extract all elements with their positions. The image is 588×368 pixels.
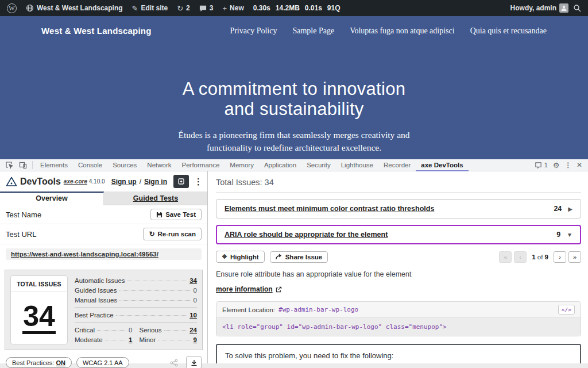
element-source-code: <li role="group" id="wp-admin-bar-wp-log…: [216, 318, 581, 336]
element-selector: #wp-admin-bar-wp-logo: [278, 306, 358, 313]
highlight-icon: ❖: [222, 253, 227, 260]
nav-link-sample-page[interactable]: Sample Page: [292, 26, 334, 36]
settings-gear-icon[interactable]: ⚙: [553, 161, 560, 170]
account-menu[interactable]: Howdy, admin: [510, 3, 568, 13]
hero-section: A commitment to innovationand sustainabi…: [0, 79, 588, 154]
refresh-icon: ↻: [149, 230, 154, 238]
admin-bar-right: Howdy, admin: [510, 3, 581, 13]
best-practice-row: Best Practice10: [75, 310, 197, 320]
brush-icon: ✎: [132, 5, 138, 12]
divider: [75, 307, 197, 308]
nav-link-voluptas[interactable]: Voluptas fuga non atque adipisci: [350, 26, 455, 36]
moderate-count[interactable]: 1: [129, 336, 132, 343]
minor-count[interactable]: 9: [194, 336, 197, 343]
serious-row: Serious24: [140, 325, 198, 335]
stat-queries: 91Q: [327, 4, 341, 12]
search-icon[interactable]: [573, 4, 581, 12]
automatic-issues-count[interactable]: 34: [189, 277, 197, 284]
nav-link-quia[interactable]: Quia quis et recusandae: [470, 26, 547, 36]
serious-count[interactable]: 24: [189, 327, 197, 334]
wcag-standard-pill[interactable]: WCAG 2.1 AA: [76, 357, 129, 368]
comments-button[interactable]: 3: [199, 4, 214, 12]
tab-guided-tests[interactable]: Guided Tests: [104, 191, 207, 205]
prev-page-button[interactable]: ‹: [514, 251, 527, 263]
site-title[interactable]: West & West Landscaping: [41, 26, 152, 36]
divider: [75, 322, 197, 323]
download-results-button[interactable]: [186, 356, 202, 368]
more-options-icon[interactable]: ⋮: [564, 161, 571, 169]
sign-in-link[interactable]: Sign in: [144, 178, 167, 186]
screen: W West & West Landscaping ✎ Edit site ↻ …: [0, 0, 588, 368]
best-practices-toggle[interactable]: Best Practices: ON: [6, 357, 72, 368]
device-toolbar-icon[interactable]: [16, 159, 30, 171]
view-source-button[interactable]: </>: [558, 305, 575, 315]
share-results-icon[interactable]: [170, 359, 178, 367]
sidebar-menu-icon[interactable]: ⋮: [194, 177, 203, 187]
last-page-button[interactable]: »: [568, 251, 581, 263]
performance-stats: 0.30s 14.2MB 0.01s 91Q: [253, 4, 341, 12]
close-devtools-icon[interactable]: ✕: [577, 161, 582, 169]
summary-breakdown: Automatic Issues34 Guided Issues0 Manual…: [75, 275, 197, 344]
guided-issues-count: 0: [194, 287, 197, 294]
tab-network[interactable]: Network: [142, 159, 176, 171]
tab-memory[interactable]: Memory: [225, 159, 259, 171]
site-nav: Privacy Policy Sample Page Voluptas fuga…: [230, 26, 547, 36]
test-url-chip: https://west-and-west-landscaping.local:…: [6, 248, 202, 260]
plus-icon: +: [222, 5, 227, 12]
total-issues-number[interactable]: 34: [22, 302, 56, 334]
tab-application[interactable]: Application: [259, 159, 301, 171]
share-arrow-icon: [276, 254, 283, 260]
critical-row: Critical0: [75, 325, 133, 335]
admin-bar-left: W West & West Landscaping ✎ Edit site ↻ …: [7, 3, 510, 13]
hero-title: A commitment to innovationand sustainabi…: [0, 79, 588, 119]
issues-icon[interactable]: [535, 162, 542, 169]
test-url-link[interactable]: https://west-and-west-landscaping.local:…: [11, 251, 158, 258]
chevron-right-icon[interactable]: ▶: [568, 206, 572, 212]
solution-heading: To solve this problem, you need to fix t…: [225, 351, 572, 360]
tab-sources[interactable]: Sources: [107, 159, 142, 171]
issue-row-aria-role[interactable]: ARIA role should be appropriate for the …: [216, 225, 581, 244]
page-indicator: 1 of 9: [532, 254, 548, 260]
updates-button[interactable]: ↻ 2: [177, 4, 190, 12]
tab-recorder[interactable]: Recorder: [378, 159, 416, 171]
test-name-label: Test Name: [6, 210, 41, 219]
save-test-button[interactable]: Save Test: [150, 209, 202, 220]
axe-sidebar: DevTools axe-core 4.10.0 Sign up / Sign …: [0, 171, 208, 363]
admin-bar-site-menu[interactable]: West & West Landscaping: [26, 4, 123, 12]
test-url-row: Test URL ↻ Re-run scan: [0, 224, 207, 244]
issue-row-color-contrast[interactable]: Elements must meet minimum color contras…: [216, 199, 581, 218]
test-name-row: Test Name Save Test: [0, 205, 207, 224]
minor-row: Minor9: [140, 335, 198, 344]
tab-elements[interactable]: Elements: [35, 159, 73, 171]
tab-overview[interactable]: Overview: [0, 191, 104, 205]
wordpress-logo-icon[interactable]: W: [7, 3, 17, 13]
new-content-button[interactable]: + New: [222, 4, 243, 12]
results-header: Total Issues: 34: [216, 178, 581, 193]
share-issue-button[interactable]: Share Issue: [270, 251, 328, 263]
axe-tabs: Overview Guided Tests: [0, 191, 207, 205]
more-information-link[interactable]: more information: [216, 285, 282, 293]
first-page-button[interactable]: «: [499, 251, 512, 263]
sign-up-link[interactable]: Sign up: [111, 178, 137, 186]
new-scan-button[interactable]: [173, 175, 189, 188]
tab-axe-devtools[interactable]: axe DevTools: [416, 159, 468, 171]
avatar: [559, 3, 568, 13]
tab-console[interactable]: Console: [73, 159, 107, 171]
automatic-issues-row: Automatic Issues34: [75, 275, 197, 285]
tab-security[interactable]: Security: [301, 159, 336, 171]
comment-bubble-icon: [199, 5, 207, 12]
tab-lighthouse[interactable]: Lighthouse: [336, 159, 378, 171]
rerun-scan-button[interactable]: ↻ Re-run scan: [143, 228, 202, 240]
nav-link-privacy-policy[interactable]: Privacy Policy: [230, 26, 277, 36]
total-issues-title: TOTAL ISSUES: [11, 276, 67, 292]
howdy-label: Howdy, admin: [510, 4, 556, 12]
issue-pagination: « ‹ 1 of 9 › »: [499, 251, 581, 263]
highlight-button[interactable]: ❖ Highlight: [216, 251, 265, 263]
tab-performance[interactable]: Performance: [177, 159, 225, 171]
chevron-down-icon[interactable]: ▼: [567, 232, 572, 238]
best-practice-count[interactable]: 10: [189, 312, 197, 319]
edit-site-button[interactable]: ✎ Edit site: [132, 4, 168, 12]
next-page-button[interactable]: ›: [554, 251, 566, 263]
inspect-element-icon[interactable]: [2, 159, 16, 171]
admin-bar-site-name: West & West Landscaping: [37, 4, 123, 12]
